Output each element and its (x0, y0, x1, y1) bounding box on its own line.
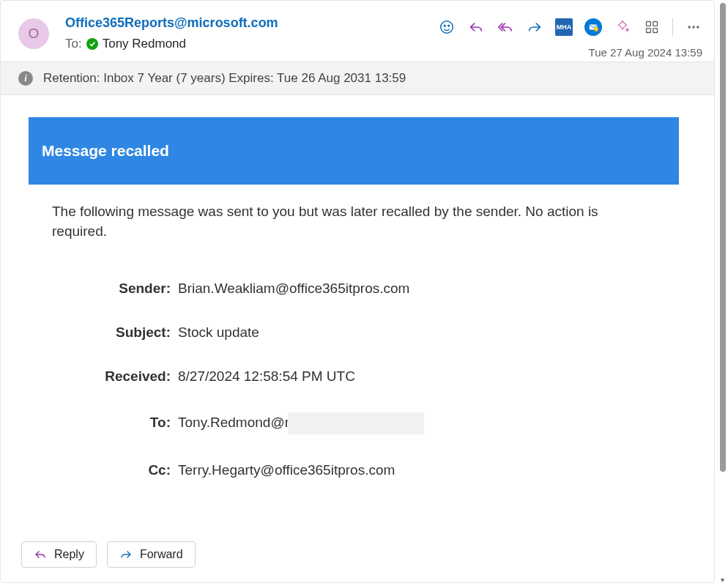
mail-addin-icon[interactable] (584, 18, 602, 36)
detail-value: Tony.Redmond@r (178, 412, 655, 434)
copilot-icon[interactable] (614, 18, 631, 36)
recall-banner-title: Message recalled (29, 117, 679, 185)
forward-button[interactable]: Forward (107, 541, 196, 568)
email-header: O Office365Reports@microsoft.com To: Ton… (1, 1, 714, 57)
toolbar-divider (672, 18, 673, 36)
to-label: To: (65, 37, 82, 51)
email-timestamp: Tue 27 Aug 2024 13:59 (589, 46, 702, 59)
reply-button-label: Reply (54, 548, 84, 561)
recall-body: The following message was sent to you bu… (29, 185, 679, 508)
reply-icon[interactable] (467, 18, 485, 36)
email-reading-pane: O Office365Reports@microsoft.com To: Ton… (0, 0, 715, 583)
detail-value: 8/27/2024 12:58:54 PM UTC (178, 368, 655, 385)
table-row: Cc: Terry.Hegarty@office365itpros.com (52, 462, 655, 478)
svg-rect-6 (653, 22, 658, 26)
emoji-icon[interactable] (438, 18, 456, 36)
detail-value: Terry.Hegarty@office365itpros.com (178, 462, 655, 478)
table-row: To: Tony.Redmond@r (52, 412, 655, 434)
detail-label: Sender: (52, 281, 178, 297)
reply-button[interactable]: Reply (21, 541, 97, 568)
svg-point-2 (448, 25, 450, 26)
to-recipient[interactable]: Tony Redmond (103, 37, 186, 51)
forward-button-label: Forward (140, 548, 183, 561)
scroll-down-arrow[interactable]: ▾ (718, 576, 727, 585)
detail-label: To: (52, 415, 178, 431)
detail-label: Subject: (52, 324, 178, 341)
svg-rect-7 (647, 29, 651, 33)
redacted-block (288, 412, 424, 434)
svg-point-10 (692, 26, 694, 28)
header-actions: MHA (438, 18, 702, 36)
table-row: Subject: Stock update (52, 324, 655, 341)
forward-icon[interactable] (526, 18, 543, 36)
table-row: Sender: Brian.Weakliam@office365itpros.c… (52, 281, 655, 297)
recall-card: Message recalled The following message w… (29, 117, 679, 508)
info-icon: i (18, 71, 33, 86)
footer-actions: Reply Forward (1, 530, 714, 579)
mha-addin-icon[interactable]: MHA (555, 18, 573, 36)
svg-point-0 (441, 21, 453, 34)
svg-point-9 (688, 26, 691, 28)
email-body: Message recalled The following message w… (1, 95, 714, 530)
forward-icon (119, 548, 133, 561)
svg-rect-8 (653, 29, 658, 33)
more-actions-icon[interactable] (685, 18, 702, 36)
reply-all-icon[interactable] (497, 18, 514, 36)
scrollbar-thumb[interactable] (720, 3, 726, 472)
retention-text: Retention: Inbox 7 Year (7 years) Expire… (43, 71, 406, 86)
detail-value: Brian.Weakliam@office365itpros.com (178, 281, 655, 297)
scrollbar[interactable] (718, 1, 728, 585)
svg-point-11 (697, 26, 699, 28)
apps-icon[interactable] (643, 18, 661, 36)
svg-point-1 (444, 25, 445, 26)
detail-label: Received: (52, 368, 178, 385)
detail-label: Cc: (52, 462, 178, 478)
verified-icon (86, 38, 98, 50)
retention-bar: i Retention: Inbox 7 Year (7 years) Expi… (1, 62, 714, 95)
recall-details-table: Sender: Brian.Weakliam@office365itpros.c… (52, 281, 655, 478)
svg-rect-5 (647, 22, 651, 26)
reply-icon (34, 548, 47, 561)
avatar: O (18, 18, 49, 49)
recall-intro-text: The following message was sent to you bu… (52, 202, 655, 241)
detail-value: Stock update (178, 324, 655, 341)
table-row: Received: 8/27/2024 12:58:54 PM UTC (52, 368, 655, 385)
